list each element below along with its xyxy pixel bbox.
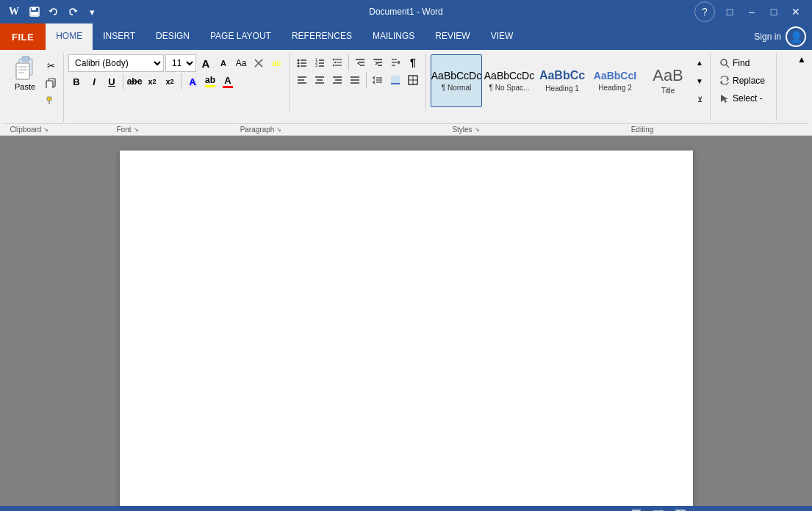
align-right-btn[interactable] [329, 72, 345, 88]
change-case-btn[interactable]: Aa [233, 55, 249, 71]
svg-point-17 [298, 62, 300, 65]
text-effects-btn[interactable]: A [184, 73, 201, 90]
print-layout-btn[interactable] [628, 507, 644, 511]
ribbon-labels: Clipboard ↘ Font ↘ Paragraph ↘ Styles ↘ … [3, 123, 809, 135]
clipboard-label: Clipboard ↘ [3, 124, 56, 135]
tab-page-layout[interactable]: PAGE LAYOUT [200, 23, 281, 50]
clipboard-expand[interactable]: ↘ [43, 126, 48, 133]
styles-label: Styles ↘ [323, 124, 609, 135]
superscript-btn[interactable]: x2 [162, 73, 178, 90]
bold-btn[interactable]: B [68, 73, 85, 90]
help-btn[interactable]: ? [694, 1, 715, 22]
undo-quick-btn[interactable] [46, 4, 62, 20]
title-bar: W ▾ Document1 - Word ? □ – □ ✕ [0, 0, 812, 23]
save-quick-btn[interactable] [26, 4, 43, 20]
window-title: Document1 - Word [369, 7, 442, 17]
styles-scroll-down[interactable]: ▼ [694, 73, 705, 89]
select-btn[interactable]: Select - [715, 90, 767, 107]
style-no-spacing[interactable]: AaBbCcDc ¶ No Spac... [484, 54, 535, 107]
paste-label: Paste [15, 82, 35, 91]
bullets-btn[interactable] [294, 54, 310, 70]
style-heading1-preview: AaBbCc [539, 70, 585, 81]
justify-btn[interactable] [347, 72, 363, 88]
ribbon-collapse-btn[interactable]: ▲ [794, 53, 809, 66]
font-size-select[interactable]: 11 [165, 54, 196, 72]
tab-design[interactable]: DESIGN [145, 23, 200, 50]
tab-references[interactable]: REFERENCES [281, 23, 362, 50]
shrink-font-btn[interactable]: A [215, 55, 231, 71]
ribbon: Paste ✂ [0, 50, 812, 136]
shading-btn[interactable] [387, 72, 403, 88]
style-normal[interactable]: AaBbCcDc ¶ Normal [431, 54, 482, 107]
copy-btn[interactable] [43, 75, 59, 91]
styles-expand[interactable]: ↘ [475, 126, 480, 133]
tab-insert[interactable]: INSERT [93, 23, 145, 50]
sign-in-btn[interactable]: Sign in 👤 [754, 26, 806, 47]
redo-quick-btn[interactable] [65, 4, 81, 20]
decrease-indent-btn[interactable] [352, 54, 368, 70]
underline-btn[interactable]: U [104, 73, 120, 90]
tab-mailings[interactable]: MAILINGS [362, 23, 425, 50]
sort-btn[interactable] [387, 54, 403, 70]
grow-font-btn[interactable]: A [198, 55, 214, 71]
web-layout-btn[interactable] [672, 507, 689, 511]
editing-group: Find Replace Select - [711, 53, 777, 120]
numbering-btn[interactable]: 1.2.3. [312, 54, 328, 70]
italic-btn[interactable]: I [86, 73, 102, 90]
divider3 [348, 54, 349, 70]
close-btn[interactable]: ✕ [786, 1, 806, 22]
style-heading2[interactable]: AaBbCcI Heading 2 [589, 54, 641, 107]
divider1 [123, 73, 123, 90]
document-area[interactable] [0, 136, 812, 506]
cut-btn[interactable]: ✂ [43, 57, 59, 73]
style-normal-label: ¶ Normal [442, 84, 471, 92]
style-title[interactable]: AaB Title [642, 54, 694, 107]
styles-more[interactable]: ⊻ [694, 91, 705, 107]
svg-rect-2 [31, 12, 38, 15]
increase-indent-btn[interactable] [370, 54, 386, 70]
styles-scroll-up[interactable]: ▲ [694, 54, 705, 70]
maximize-btn[interactable]: □ [764, 1, 784, 22]
customize-quick-btn[interactable]: ▾ [84, 4, 100, 20]
align-left-btn[interactable] [294, 72, 310, 88]
font-row1: Calibri (Body) 11 A A Aa ab [68, 54, 284, 72]
document-page[interactable] [120, 151, 693, 506]
file-tab[interactable]: FILE [0, 23, 46, 50]
style-no-spacing-label: ¶ No Spac... [489, 84, 530, 92]
paste-btn[interactable]: Paste [7, 54, 43, 93]
replace-btn[interactable]: Replace [715, 72, 769, 90]
svg-text:3.: 3. [315, 63, 318, 68]
format-painter-btn[interactable] [43, 93, 59, 109]
line-spacing-btn[interactable] [370, 72, 386, 88]
style-title-label: Title [661, 87, 675, 95]
strikethrough-btn[interactable]: abc [126, 73, 143, 90]
clear-formatting-btn[interactable] [251, 55, 267, 71]
tab-home[interactable]: HOME [46, 23, 93, 50]
tab-view[interactable]: VIEW [481, 23, 524, 50]
svg-rect-10 [46, 81, 53, 88]
font-name-select[interactable]: Calibri (Body) [68, 54, 164, 72]
tab-review[interactable]: REVIEW [425, 23, 480, 50]
show-hide-btn[interactable]: ¶ [405, 54, 421, 70]
styles-group: AaBbCcDc ¶ Normal AaBbCcDc ¶ No Spac... … [426, 53, 711, 120]
paragraph-expand[interactable]: ↘ [276, 126, 281, 133]
subscript-btn[interactable]: x2 [144, 73, 160, 90]
font-expand[interactable]: ↘ [134, 126, 139, 133]
read-mode-btn[interactable] [650, 507, 667, 511]
minimize-btn[interactable]: – [741, 1, 762, 22]
font-color-btn[interactable]: A [220, 73, 236, 90]
multilevel-btn[interactable] [329, 54, 345, 70]
center-btn[interactable] [312, 72, 328, 88]
borders-btn[interactable] [405, 72, 421, 88]
menu-bar-right: Sign in 👤 [754, 23, 812, 50]
divider2 [181, 73, 182, 90]
text-highlight-color-btn[interactable]: ab [202, 73, 218, 90]
style-heading1[interactable]: AaBbCc Heading 1 [536, 54, 588, 107]
svg-rect-11 [47, 97, 51, 101]
word-icon[interactable]: W [6, 4, 22, 20]
text-highlight-btn[interactable]: ab [268, 55, 284, 71]
svg-rect-1 [32, 7, 36, 10]
find-btn[interactable]: Find [715, 54, 754, 72]
restore-btn[interactable]: □ [719, 1, 740, 22]
svg-rect-57 [391, 76, 400, 83]
